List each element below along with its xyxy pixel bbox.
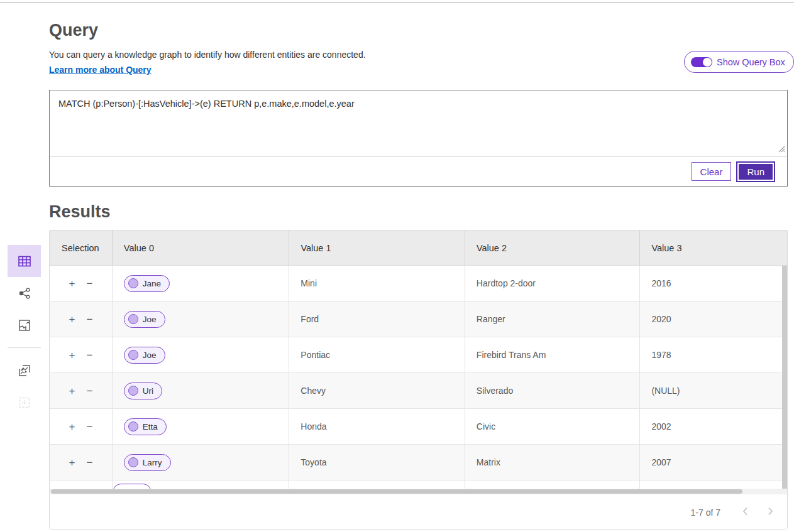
sidebar-item-map[interactable] (8, 309, 41, 341)
remove-from-selection-button[interactable]: − (85, 313, 94, 326)
vertical-scrollbar-thumb[interactable] (782, 266, 787, 489)
page-description: You can query a knowledge graph to ident… (49, 50, 366, 60)
toggle-label: Show Query Box (717, 57, 785, 67)
next-page-button[interactable] (762, 504, 778, 521)
selection-disabled-icon (18, 396, 31, 410)
results-table: Selection Value 0 Value 1 Value 2 Value … (49, 230, 788, 529)
table-row: + − Joe Pontiac Firebird Trans Am 1978 (50, 337, 787, 373)
remove-from-selection-button[interactable]: − (85, 384, 94, 398)
table-row: + − Uri Chevy Silverado (NULL) (50, 373, 787, 409)
remove-from-selection-button[interactable]: − (85, 420, 94, 433)
column-header-value2: Value 2 (465, 231, 641, 265)
cell-value3: (NULL) (640, 373, 787, 408)
add-to-selection-button[interactable]: + (67, 456, 76, 469)
table-row: + − Etta Honda Civic 2002 (50, 409, 787, 445)
query-text: MATCH (p:Person)-[:HasVehicle]->(e) RETU… (58, 99, 355, 109)
horizontal-scrollbar-thumb[interactable] (51, 489, 742, 494)
pagination-range: 1-7 of 7 (691, 508, 720, 518)
column-header-value3: Value 3 (640, 231, 787, 265)
table-row: + − Larry Toyota Matrix 2007 (50, 445, 787, 480)
remove-from-selection-button[interactable]: − (85, 456, 94, 469)
sidebar-divider (8, 347, 41, 348)
entity-icon (128, 350, 138, 360)
previous-page-button[interactable] (737, 504, 753, 521)
entity-chip[interactable]: Etta (124, 418, 167, 435)
column-header-value1: Value 1 (289, 231, 465, 265)
entity-chip[interactable] (113, 484, 152, 489)
cell-value3: 2020 (640, 301, 787, 337)
cell-value1: Honda (289, 409, 465, 444)
entity-icon (128, 421, 138, 432)
cell-value3: 1978 (640, 337, 787, 372)
view-sidebar (8, 245, 41, 418)
sidebar-item-add-to-map[interactable] (8, 354, 41, 386)
cell-value1: Pontiac (289, 337, 465, 372)
cell-value2: Hardtop 2-door (465, 266, 641, 301)
show-query-box-toggle[interactable]: Show Query Box (684, 51, 794, 73)
cell-value3: 2007 (640, 445, 787, 480)
entity-chip[interactable]: Larry (124, 454, 171, 471)
cell-value3: 2016 (640, 266, 787, 301)
column-header-value0: Value 0 (113, 231, 290, 265)
page-title: Query (49, 21, 98, 40)
chevron-right-icon (768, 507, 773, 518)
table-view-icon (18, 254, 31, 268)
cell-value3: 2002 (640, 409, 787, 444)
remove-from-selection-button[interactable]: − (85, 277, 94, 290)
sidebar-item-link-chart[interactable] (8, 277, 41, 309)
add-to-selection-button[interactable]: + (67, 384, 76, 398)
chevron-left-icon (742, 507, 748, 518)
entity-chip[interactable]: Jane (124, 275, 170, 292)
cell-value1: Chevy (289, 373, 465, 408)
run-button[interactable]: Run (737, 163, 774, 181)
cell-value2: Ranger (465, 301, 641, 337)
clear-button[interactable]: Clear (692, 162, 732, 181)
sidebar-item-table-view[interactable] (8, 245, 41, 277)
entity-chip[interactable]: Joe (124, 347, 165, 364)
query-input[interactable]: MATCH (p:Person)-[:HasVehicle]->(e) RETU… (50, 90, 787, 157)
learn-more-link[interactable]: Learn more about Query (49, 65, 152, 75)
top-divider (0, 2, 794, 3)
results-title: Results (49, 202, 111, 222)
table-row: + − Jane Mini Hardtop 2-door 2016 (50, 266, 787, 301)
table-row: + − Joe Ford Ranger 2020 (50, 301, 787, 337)
query-panel: MATCH (p:Person)-[:HasVehicle]->(e) RETU… (49, 90, 788, 187)
add-to-map-icon (18, 364, 31, 377)
cell-value2: Firebird Trans Am (465, 337, 641, 372)
cell-value1: Ford (289, 301, 465, 337)
entity-icon (128, 314, 138, 324)
column-header-selection: Selection (50, 231, 113, 265)
table-header-row: Selection Value 0 Value 1 Value 2 Value … (50, 231, 787, 266)
cell-value1: Mini (289, 266, 465, 301)
query-actions-bar: Clear Run (50, 157, 787, 186)
add-to-selection-button[interactable]: + (67, 277, 76, 290)
sidebar-item-selection-disabled (8, 386, 41, 418)
remove-from-selection-button[interactable]: − (85, 349, 94, 362)
add-to-selection-button[interactable]: + (67, 313, 76, 326)
table-footer: 1-7 of 7 (50, 494, 787, 529)
map-icon (18, 318, 31, 332)
link-chart-icon (18, 286, 31, 300)
horizontal-scrollbar[interactable] (50, 489, 787, 494)
entity-chip[interactable]: Joe (124, 311, 165, 328)
entity-icon (128, 278, 138, 288)
entity-icon (128, 386, 138, 396)
add-to-selection-button[interactable]: + (67, 349, 76, 362)
cell-value2: Matrix (465, 445, 641, 480)
cell-value1: Toyota (289, 445, 465, 480)
cell-value2: Civic (465, 409, 641, 444)
resize-handle-icon[interactable] (777, 144, 785, 155)
table-row-partial (50, 480, 787, 489)
entity-chip[interactable]: Uri (124, 383, 162, 399)
entity-icon (128, 457, 138, 467)
toggle-switch-icon[interactable] (691, 57, 712, 67)
cell-value2: Silverado (465, 373, 641, 408)
add-to-selection-button[interactable]: + (67, 420, 76, 433)
